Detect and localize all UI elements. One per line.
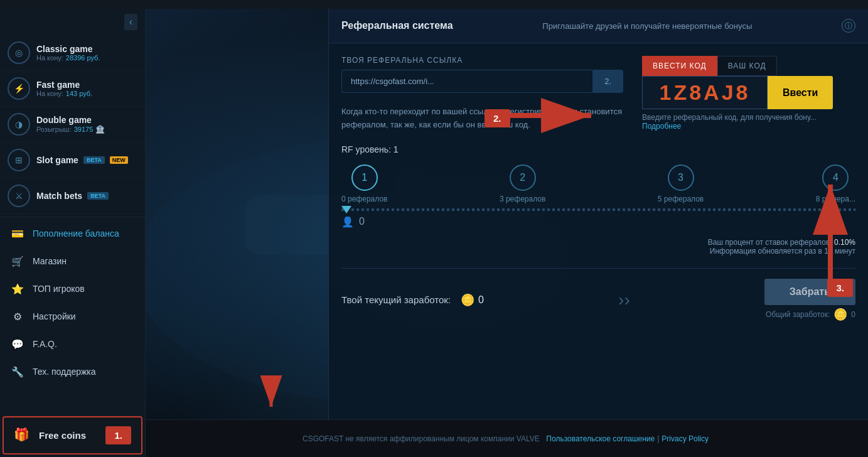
ref-link-copy-button[interactable]: 2. [592,70,623,93]
sidebar-item-support[interactable]: 🔧 Тех. поддержка [0,358,145,385]
sidebar-item-match[interactable]: ⚔ Match bets BETA [0,178,145,214]
fast-game-value: 143 руб. [66,90,92,97]
arrow-right-icon: ›› [618,290,630,310]
level-circle-2: 2 [510,164,536,191]
progress-bar [341,208,855,211]
sidebar-item-top[interactable]: ⭐ ТОП игроков [0,275,145,303]
fast-game-subtitle: На кону: [36,90,63,97]
panel-title: Реферальная система [341,20,453,31]
ref-description: Когда кто-то переходит по вашей ссылке и… [341,105,623,132]
collect-button[interactable]: Забрать [764,279,855,305]
match-beta-badge: BETA [87,192,109,200]
code-submit-button[interactable]: Ввести [768,76,833,109]
right-column: ВВЕСТИ КОД ВАШ КОД 1Z8AJ8 Ввести Введите… [642,56,855,131]
ref-link-label: ТВОЯ РЕФЕРАЛЬНА ССЫЛКА [341,56,623,65]
settings-icon: ⚙ [10,309,25,324]
classic-game-value: 28396 руб. [66,54,100,62]
total-earnings: Общий заработок: 🪙 0 [766,308,855,321]
slot-game-icon: ⊞ [8,149,30,171]
level-count-3: 5 рефералов [658,195,704,203]
percent-label: Ваш процент от ставок рефералов: [708,238,832,247]
referral-person-icon: 👤 [341,216,354,228]
sidebar: ‹ ◎ Classic game На кону: 28396 руб. ⚡ F… [0,9,146,457]
level-label: RF уровень: 1 [341,144,855,154]
ref-link-input[interactable] [341,70,592,93]
balance-label: Пополнение баланса [33,228,119,239]
free-coins-icon: 🎁 [14,427,31,444]
bottom-right-section: Забрать Общий заработок: 🪙 0 [764,279,855,321]
sidebar-item-slot[interactable]: ⊞ Slot game BETA NEW [0,142,145,178]
sidebar-item-classic[interactable]: ◎ Classic game На кону: 28396 руб. [0,35,145,71]
level-circle-4: 4 [822,164,849,191]
referral-count: 0 [359,216,365,227]
classic-game-title: Classic game [36,44,137,54]
slot-beta-badge: BETA [83,156,105,164]
balance-icon: 💳 [10,226,25,241]
double-game-title: Double game [36,115,137,125]
sidebar-item-free-coins[interactable]: 🎁 Free coins 1. [3,416,142,454]
sidebar-item-double[interactable]: ◑ Double game Розыгрыш: 39175 🏦 [0,107,145,142]
ref-link-row: 2. [341,70,623,93]
step1-badge: 1. [105,426,131,444]
code-display: 1Z8AJ8 [642,76,768,109]
level-count-2: 3 рефералов [500,195,545,203]
sidebar-item-fast[interactable]: ⚡ Fast game На кону: 143 руб. [0,71,145,107]
sidebar-item-balance[interactable]: 💳 Пополнение баланса [0,220,145,247]
level-nodes: 1 0 рефералов 2 3 рефералов 3 5 реферало… [341,164,855,203]
level-node-1: 1 0 рефералов [341,164,387,203]
referral-panel: Реферальная система Приглашайте друзей и… [328,9,868,419]
panel-body: ТВОЯ РЕФЕРАЛЬНА ССЫЛКА 2. Когда кто-то п… [329,43,868,419]
level-node-4: 4 8 рефера... [816,164,855,203]
classic-game-subtitle: На кону: [36,54,63,62]
total-label: Общий заработок: [766,310,830,319]
left-column: ТВОЯ РЕФЕРАЛЬНА ССЫЛКА 2. Когда кто-то п… [341,56,623,132]
level-node-3: 3 5 рефералов [658,164,704,203]
shop-label: Магазин [33,256,67,266]
percent-info-line1: Ваш процент от ставок рефералов: 0.10% [341,238,855,247]
faq-icon: 💬 [10,336,25,352]
earnings-label: Твой текущий заработок: [341,294,451,305]
info-icon[interactable]: ⓘ [842,19,855,33]
double-game-info: Double game Розыгрыш: 39175 🏦 [36,115,137,134]
footer-bar: CSGOFAST не является аффилированным лицо… [146,419,868,457]
code-tabs: ВВЕСТИ КОД ВАШ КОД [642,56,855,76]
sidebar-item-shop[interactable]: 🛒 Магазин [0,247,145,275]
support-label: Тех. поддержка [33,367,96,377]
sidebar-item-faq[interactable]: 💬 F.A.Q. [0,330,145,358]
code-input-row: 1Z8AJ8 Ввести [642,76,855,109]
double-game-value: 39175 [74,126,94,133]
match-game-info: Match bets BETA [36,191,137,201]
coin-icon: 🪙 [461,293,474,307]
sidebar-item-settings[interactable]: ⚙ Настройки [0,303,145,330]
level-node-2: 2 3 рефералов [500,164,545,203]
earnings-left: Твой текущий заработок: 🪙 0 [341,293,484,307]
fast-game-icon: ⚡ [8,77,30,100]
tab-your-code[interactable]: ВАШ КОД [717,56,777,76]
collapse-button[interactable]: ‹ [124,14,137,30]
level-count-1: 0 рефералов [341,195,387,203]
footer-text: CSGOFAST не является аффилированным лицо… [303,434,540,443]
footer-link-terms[interactable]: Пользовательское соглашение [546,434,655,443]
settings-label: Настройки [33,311,76,321]
code-hint-link[interactable]: Подробнее [642,122,681,131]
percent-value: 0.10% [834,238,855,247]
double-bank-icon: 🏦 [95,125,105,134]
match-game-icon: ⚔ [8,185,30,207]
top-icon: ⭐ [10,281,25,296]
earnings-value: 🪙 0 [461,293,484,307]
level-circle-3: 3 [668,164,694,191]
double-game-icon: ◑ [8,113,30,136]
footer-link-privacy[interactable]: Privacy Policy [662,434,709,443]
panel-header: Реферальная система Приглашайте друзей и… [329,9,868,43]
footer-separator: | [657,434,659,443]
ref-link-section: ТВОЯ РЕФЕРАЛЬНА ССЫЛКА 2. [341,56,623,93]
two-columns: ТВОЯ РЕФЕРАЛЬНА ССЫЛКА 2. Когда кто-то п… [341,56,855,132]
tab-enter-code[interactable]: ВВЕСТИ КОД [642,56,717,76]
earnings-number: 0 [478,294,484,306]
classic-game-info: Classic game На кону: 28396 руб. [36,44,137,62]
code-hint-text: Введите реферальный код, для получения б… [642,113,817,122]
free-coins-label: Free coins [39,430,86,441]
total-coin-icon: 🪙 [833,308,847,321]
progress-triangle [341,206,351,213]
slot-new-badge: NEW [110,156,128,164]
